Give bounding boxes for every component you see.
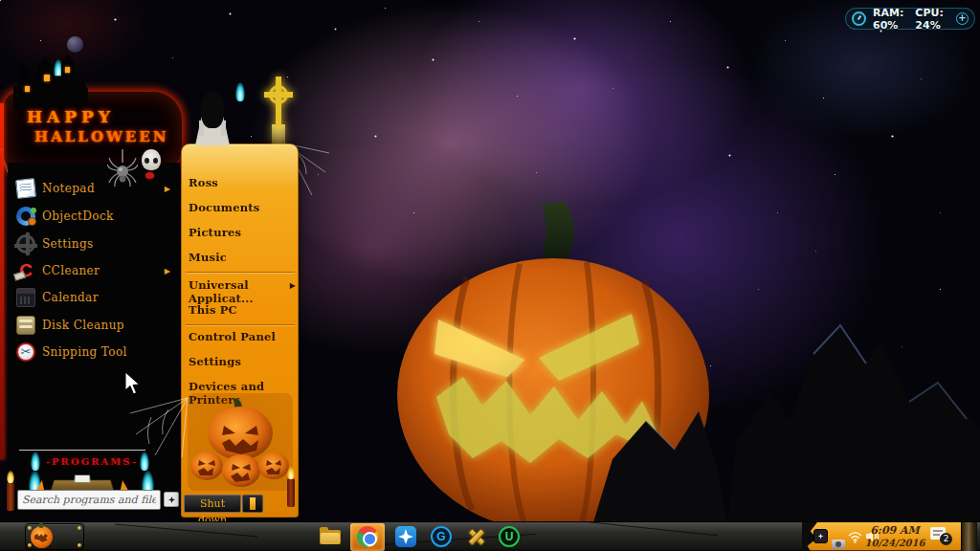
ccleaner-icon: C: [16, 261, 35, 280]
taskbar-icon-chrome[interactable]: [357, 526, 379, 548]
menu-left-glow-border: [0, 103, 4, 459]
taskbar-icon-file-explorer[interactable]: [320, 526, 342, 548]
menu-item-control-panel[interactable]: Control Panel: [189, 330, 294, 349]
clock-time: 6:09 AM: [863, 524, 926, 537]
tray-clock[interactable]: 6:09 AM 10/24/2016: [863, 524, 926, 549]
folder-icon: [321, 533, 340, 544]
ghost-flame: [235, 82, 245, 101]
menu-item-universal-applications[interactable]: Universal Applicat... ▶: [189, 278, 294, 298]
menu-item-music[interactable]: Music: [189, 251, 294, 270]
objectdock-icon: [16, 207, 35, 226]
show-desktop-button[interactable]: [961, 522, 977, 551]
happy-halloween-text-line1: HAPPY: [27, 107, 115, 126]
start-menu-left-panel: Notepad ▶ ObjectDock Settings C CCleaner…: [8, 163, 180, 517]
candle-decoration: [7, 482, 14, 511]
desktop: RAM: 60% CPU: 24% + HAPPY HALLOWEEN Note…: [0, 0, 980, 551]
menu-item-documents[interactable]: Documents: [189, 201, 294, 220]
skull-decoration: [142, 149, 161, 170]
menu-item-calendar[interactable]: Calendar: [8, 285, 178, 310]
haunted-house-silhouette: [13, 54, 88, 109]
house-window: [25, 86, 30, 92]
menu-item-pictures[interactable]: Pictures: [189, 226, 294, 245]
house-window: [65, 67, 70, 73]
gauge-icon: [852, 11, 866, 26]
menu-item-snipping-tool[interactable]: ✂ Snipping Tool: [8, 340, 178, 364]
menu-item-ccleaner[interactable]: C CCleaner ▶: [8, 258, 178, 283]
snipping-tool-icon: ✂: [16, 342, 35, 362]
wallpaper-rocks: [593, 239, 980, 522]
menu-divider: [19, 450, 145, 451]
tray-app-icon[interactable]: [813, 529, 828, 543]
submenu-arrow-icon: ▶: [165, 185, 170, 193]
ghost-girl-decoration: [191, 92, 234, 149]
taskbar-icon-pins[interactable]: [465, 526, 487, 548]
start-button[interactable]: [25, 523, 84, 550]
ram-usage-label: RAM: 60%: [873, 7, 908, 32]
menu-divider: [186, 272, 295, 273]
u-app-icon: U: [499, 526, 520, 547]
taskbar-icon-g-utility[interactable]: G: [431, 526, 453, 548]
menu-item-settings[interactable]: Settings: [8, 231, 178, 256]
submenu-arrow-icon: ▶: [290, 280, 296, 290]
taskbar-icon-uninstaller[interactable]: U: [499, 526, 521, 548]
performance-widget[interactable]: RAM: 60% CPU: 24% +: [845, 8, 975, 30]
tray-camera-icon[interactable]: [832, 540, 845, 549]
disk-cleanup-icon: [16, 316, 35, 335]
menu-item-user-ross[interactable]: Ross: [189, 176, 294, 195]
mouse-cursor: [124, 371, 142, 396]
candle-decoration: [287, 478, 295, 507]
clock-date: 10/24/2016: [863, 537, 926, 549]
search-go-icon[interactable]: [164, 492, 179, 507]
star-app-icon: [395, 526, 416, 547]
menu-item-settings-right[interactable]: Settings: [189, 355, 294, 374]
g-app-icon: G: [431, 526, 452, 547]
chrome-icon: [357, 526, 378, 547]
hanging-spider: [107, 149, 138, 187]
glowing-cross-decoration: [262, 77, 295, 151]
menu-item-notepad[interactable]: Notepad ▶: [8, 176, 178, 201]
settings-icon: [16, 234, 35, 253]
notepad-icon: [15, 178, 36, 199]
taskbar-icon-dock-app[interactable]: [395, 526, 417, 548]
widget-expand-button[interactable]: +: [956, 12, 969, 25]
crossed-pins-icon: [465, 526, 486, 547]
notification-badge: 2: [940, 533, 952, 545]
happy-halloween-text-line2: HALLOWEEN: [34, 128, 168, 145]
shutdown-options-button[interactable]: [242, 495, 263, 513]
menu-item-disk-cleanup[interactable]: Disk Cleanup: [8, 313, 178, 338]
calendar-icon: [16, 288, 35, 307]
menu-divider: [186, 324, 295, 325]
taskbar: G U 6:09 AM 10/24/2016 2: [0, 521, 980, 551]
spider-web-bottom: [130, 388, 188, 457]
wifi-icon[interactable]: [848, 530, 862, 543]
wallpaper-planet: [67, 36, 83, 53]
search-input[interactable]: [17, 490, 161, 510]
submenu-arrow-icon: ▶: [165, 267, 170, 276]
pumpkin-cluster-picture: [188, 393, 293, 491]
start-menu-right-panel: Ross Documents Pictures Music Universal …: [181, 143, 299, 518]
shut-down-button[interactable]: Shut down: [184, 495, 241, 513]
menu-item-this-pc[interactable]: This PC: [189, 303, 294, 322]
red-spider-decoration: [145, 172, 154, 179]
cpu-usage-label: CPU: 24%: [915, 7, 949, 32]
ghost-flame: [31, 452, 40, 471]
menu-item-objectdock[interactable]: ObjectDock: [8, 204, 178, 229]
start-pumpkin-icon: [31, 526, 53, 548]
house-window: [44, 75, 50, 81]
wallpaper-stars: [0, 0, 1, 1]
